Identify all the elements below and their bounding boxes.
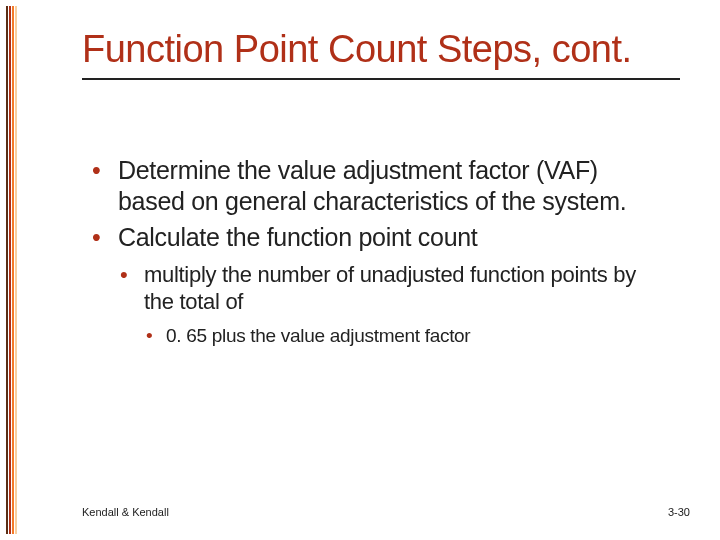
list-item: Calculate the function point count multi… — [90, 222, 660, 349]
footer-page-number: 3-30 — [668, 506, 690, 518]
slide-title: Function Point Count Steps, cont. — [82, 28, 680, 72]
bullet-list-level1: Determine the value adjustment factor (V… — [90, 155, 660, 348]
bullet-text: 0. 65 plus the value adjustment factor — [166, 325, 470, 346]
bullet-text: Calculate the function point count — [118, 223, 478, 251]
bullet-list-level3: 0. 65 plus the value adjustment factor — [144, 324, 660, 349]
slide: Function Point Count Steps, cont. Determ… — [0, 0, 720, 540]
footer-author: Kendall & Kendall — [82, 506, 169, 518]
list-item: Determine the value adjustment factor (V… — [90, 155, 660, 218]
title-underline — [82, 78, 680, 80]
bullet-text: multiply the number of unadjusted functi… — [144, 262, 636, 315]
title-block: Function Point Count Steps, cont. — [82, 28, 680, 80]
list-item: 0. 65 plus the value adjustment factor — [144, 324, 660, 349]
list-item: multiply the number of unadjusted functi… — [118, 261, 660, 349]
side-accent-bar — [6, 6, 17, 534]
bullet-list-level2: multiply the number of unadjusted functi… — [118, 261, 660, 349]
content-block: Determine the value adjustment factor (V… — [90, 155, 660, 352]
bullet-text: Determine the value adjustment factor (V… — [118, 156, 626, 215]
